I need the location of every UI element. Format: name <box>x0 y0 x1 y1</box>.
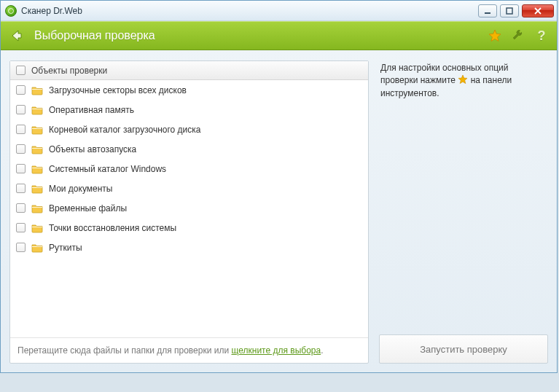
hint-line3: инструментов. <box>380 88 439 98</box>
folder-icon <box>31 184 43 194</box>
item-label: Объекты автозапуска <box>49 144 136 154</box>
svg-rect-6 <box>32 128 42 129</box>
header-toolbar: ? <box>488 29 548 42</box>
item-label: Временные файлы <box>49 203 127 213</box>
star-icon <box>458 74 468 85</box>
svg-rect-1 <box>507 8 512 14</box>
item-checkbox[interactable] <box>16 144 26 154</box>
close-button[interactable] <box>522 4 554 17</box>
drop-hint-suffix: . <box>321 345 323 356</box>
app-window: Сканер Dr.Web Выборочная проверка <box>0 0 558 373</box>
svg-rect-5 <box>32 109 42 109</box>
svg-rect-4 <box>32 89 42 90</box>
hint-line2a: проверки нажмите <box>380 75 458 85</box>
arrow-left-icon <box>10 29 23 42</box>
folder-icon <box>31 125 43 135</box>
folder-icon <box>31 105 43 115</box>
item-checkbox[interactable] <box>16 125 26 134</box>
item-label: Точки восстановления системы <box>49 223 176 233</box>
drop-hint-prefix: Перетащите сюда файлы и папки для провер… <box>17 345 231 356</box>
item-label: Загрузочные секторы всех дисков <box>49 85 187 95</box>
star-icon <box>488 29 501 42</box>
content-row: Объекты проверки Загрузочные секторы все… <box>9 60 548 364</box>
scan-objects-panel: Объекты проверки Загрузочные секторы все… <box>9 60 369 364</box>
run-scan-button[interactable]: Запустить проверку <box>379 334 548 364</box>
list-body: Загрузочные секторы всех дисков Оператив… <box>10 80 368 337</box>
svg-rect-10 <box>32 207 42 208</box>
svg-marker-3 <box>489 30 501 42</box>
list-item[interactable]: Загрузочные секторы всех дисков <box>10 80 368 100</box>
window-title: Сканер Dr.Web <box>21 6 82 16</box>
folder-icon <box>31 223 43 233</box>
wrench-icon <box>512 29 525 42</box>
item-checkbox[interactable] <box>16 85 26 95</box>
minimize-button[interactable] <box>478 4 497 17</box>
svg-marker-13 <box>458 75 467 84</box>
item-label: Корневой каталог загрузочного диска <box>49 125 201 135</box>
list-header-label: Объекты проверки <box>31 66 107 76</box>
back-button[interactable] <box>7 26 27 46</box>
hint-line2b: на панели <box>468 75 512 85</box>
item-label: Системный каталог Windows <box>49 164 166 174</box>
help-button[interactable]: ? <box>535 29 548 42</box>
item-checkbox[interactable] <box>16 164 26 173</box>
item-label: Руткиты <box>49 243 82 253</box>
drop-hint: Перетащите сюда файлы и папки для провер… <box>10 337 368 363</box>
item-checkbox[interactable] <box>16 223 26 232</box>
titlebar[interactable]: Сканер Dr.Web <box>1 1 557 21</box>
list-item[interactable]: Корневой каталог загрузочного диска <box>10 119 368 139</box>
select-all-checkbox[interactable] <box>16 66 26 75</box>
page-title: Выборочная проверка <box>34 29 488 42</box>
page-header: Выборочная проверка ? <box>1 21 557 50</box>
list-item[interactable]: Оперативная память <box>10 100 368 119</box>
list-item[interactable]: Объекты автозапуска <box>10 139 368 159</box>
run-scan-label: Запустить проверку <box>420 344 507 355</box>
svg-rect-0 <box>485 12 490 14</box>
folder-icon <box>31 144 43 154</box>
settings-button[interactable] <box>512 29 525 42</box>
browse-link[interactable]: щелкните для выбора <box>231 345 321 356</box>
svg-rect-12 <box>32 246 42 247</box>
list-item[interactable]: Руткиты <box>10 238 368 257</box>
list-item[interactable]: Системный каталог Windows <box>10 159 368 179</box>
maximize-button[interactable] <box>500 4 519 17</box>
item-checkbox[interactable] <box>16 184 26 193</box>
item-label: Мои документы <box>49 184 112 194</box>
list-item[interactable]: Мои документы <box>10 179 368 198</box>
folder-icon <box>31 203 43 213</box>
item-checkbox[interactable] <box>16 243 26 252</box>
item-checkbox[interactable] <box>16 105 26 114</box>
question-icon: ? <box>538 28 546 44</box>
svg-marker-2 <box>12 31 21 41</box>
side-panel: Для настройки основных опций проверки на… <box>379 60 548 364</box>
svg-rect-9 <box>32 187 42 188</box>
favorite-button[interactable] <box>488 29 501 42</box>
list-header[interactable]: Объекты проверки <box>10 61 368 80</box>
settings-hint: Для настройки основных опций проверки на… <box>379 60 548 100</box>
svg-rect-8 <box>32 168 42 168</box>
list-item[interactable]: Временные файлы <box>10 198 368 218</box>
item-label: Оперативная память <box>49 105 134 115</box>
folder-icon <box>31 164 43 174</box>
app-icon <box>5 5 17 17</box>
list-item[interactable]: Точки восстановления системы <box>10 218 368 238</box>
folder-icon <box>31 85 43 95</box>
hint-line1: Для настройки основных опций <box>380 63 508 73</box>
client-area: Объекты проверки Загрузочные секторы все… <box>1 50 557 372</box>
folder-icon <box>31 243 43 253</box>
item-checkbox[interactable] <box>16 203 26 213</box>
svg-rect-11 <box>32 227 42 227</box>
svg-rect-7 <box>32 148 42 149</box>
